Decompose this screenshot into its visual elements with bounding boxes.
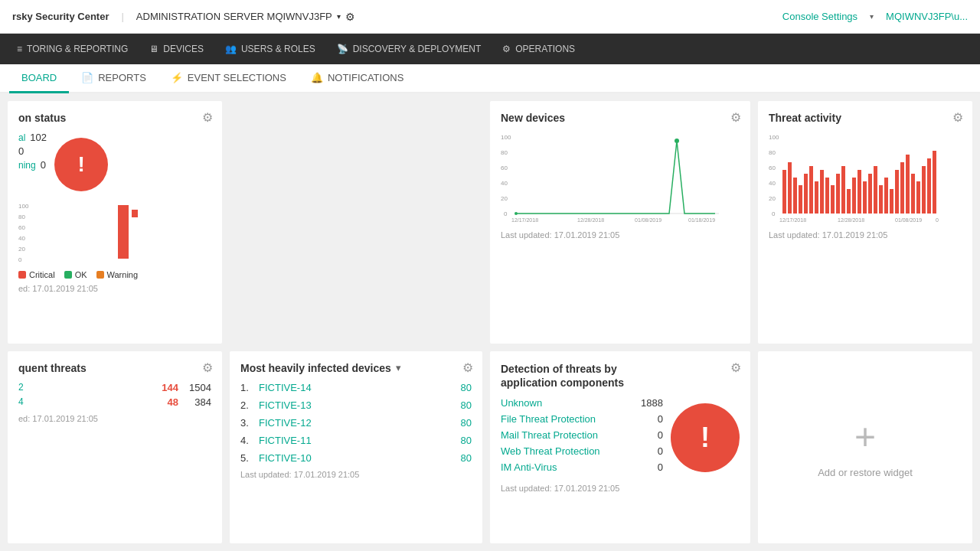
ps-stat-warning: ning 0 — [18, 159, 47, 171]
nav-item-monitoring[interactable]: ≡ TORING & REPORTING — [6, 34, 139, 64]
monitoring-icon: ≡ — [17, 44, 22, 54]
svg-text:40: 40 — [769, 180, 776, 187]
svg-rect-38 — [804, 174, 808, 214]
detection-threats-widget: Detection of threats by application comp… — [490, 351, 750, 543]
svg-text:12/28/2018: 12/28/2018 — [838, 217, 864, 223]
infected-item-2: 3. FICTIVE-12 80 — [240, 417, 472, 429]
infected-dropdown-icon[interactable]: ▾ — [396, 362, 401, 373]
threat-row-0: 2 144 1504 — [18, 382, 211, 393]
infected-link-4[interactable]: FICTIVE-10 — [259, 452, 455, 464]
console-settings-link[interactable]: Console Settings — [782, 11, 858, 22]
top-header: rsky Security Center | ADMINISTRATION SE… — [0, 0, 980, 34]
ps-stats: al 102 0 ning 0 — [18, 132, 47, 171]
notifications-icon: 🔔 — [311, 72, 323, 83]
svg-rect-58 — [911, 174, 915, 214]
infected-devices-gear[interactable]: ⚙ — [462, 360, 473, 375]
infected-score-0[interactable]: 80 — [461, 382, 472, 393]
subnav-reports[interactable]: 📄 REPORTS — [69, 64, 158, 93]
ps-warning-num: 0 — [41, 159, 46, 171]
svg-text:100: 100 — [18, 203, 29, 210]
ps-warning-link[interactable]: ning — [18, 160, 36, 171]
svg-text:12/28/2018: 12/28/2018 — [577, 217, 604, 223]
add-widget-panel: + Add or restore widget — [758, 351, 972, 543]
legend-ok: OK — [64, 270, 87, 279]
infected-link-2[interactable]: FICTIVE-12 — [259, 417, 455, 429]
legend-critical: Critical — [18, 270, 55, 279]
svg-text:20: 20 — [501, 195, 508, 202]
event-label: EVENT SELECTIONS — [188, 72, 286, 83]
ps-critical-link[interactable]: al — [18, 132, 25, 143]
infected-link-1[interactable]: FICTIVE-13 — [259, 399, 455, 411]
subnav-notifications[interactable]: 🔔 NOTIFICATIONS — [299, 64, 416, 93]
svg-rect-40 — [815, 181, 818, 214]
nav-item-users[interactable]: 👥 USERS & ROLES — [214, 34, 326, 64]
protection-status-chart: 100 80 60 40 20 0 12/17/2018 12/28/2018 … — [18, 202, 172, 263]
header-left: rsky Security Center | ADMINISTRATION SE… — [12, 11, 355, 23]
frequent-threats-gear[interactable]: ⚙ — [202, 360, 213, 375]
dt-name-0[interactable]: Unknown — [501, 397, 542, 409]
new-devices-last-updated: Last updated: 17.01.2019 21:05 — [501, 230, 740, 240]
threat-name-1[interactable]: 4 — [18, 396, 145, 407]
infected-link-0[interactable]: FICTIVE-14 — [259, 382, 455, 393]
mq-link[interactable]: MQIWNVJ3FP\u... — [886, 11, 968, 22]
infected-score-2[interactable]: 80 — [461, 417, 472, 429]
svg-rect-57 — [906, 155, 910, 214]
svg-rect-45 — [841, 166, 845, 214]
threat-activity-chart: 100 80 60 40 20 0 — [769, 132, 945, 223]
infected-score-4[interactable]: 80 — [461, 452, 472, 464]
dt-row-2: Mail Threat Protection 0 — [501, 429, 663, 441]
event-icon: ⚡ — [171, 72, 183, 83]
svg-rect-44 — [836, 174, 840, 214]
new-devices-gear[interactable]: ⚙ — [730, 110, 741, 125]
nav-item-devices[interactable]: 🖥 DEVICES — [139, 34, 214, 64]
svg-text:20: 20 — [18, 246, 25, 253]
threat-name-0[interactable]: 2 — [18, 382, 145, 393]
detection-threats-gear[interactable]: ⚙ — [730, 360, 741, 375]
console-settings-arrow[interactable]: ▾ — [870, 12, 874, 21]
svg-rect-59 — [916, 181, 920, 214]
server-gear-icon[interactable]: ⚙ — [345, 11, 355, 23]
subnav-event-selections[interactable]: ⚡ EVENT SELECTIONS — [158, 64, 299, 93]
infected-score-3[interactable]: 80 — [461, 435, 472, 446]
dt-name-2[interactable]: Mail Threat Protection — [501, 429, 598, 441]
svg-rect-35 — [788, 162, 792, 214]
threat-activity-last-updated: Last updated: 17.01.2019 21:05 — [769, 230, 962, 240]
svg-point-23 — [514, 212, 518, 215]
threat-total-0: 1504 — [185, 382, 211, 393]
svg-point-22 — [675, 139, 679, 143]
dt-name-4[interactable]: IM Anti-Virus — [501, 461, 557, 473]
infected-header: Most heavily infected devices ▾ — [240, 362, 472, 374]
svg-rect-46 — [847, 189, 851, 214]
legend-warning-label: Warning — [107, 270, 139, 279]
server-name[interactable]: ADMINISTRATION SERVER MQIWNVJ3FP ▾ ⚙ — [136, 11, 355, 23]
new-devices-chart: 100 80 60 40 20 0 12/17/2018 12/28/2018 … — [501, 132, 723, 223]
infected-devices-title: Most heavily infected devices — [240, 362, 391, 374]
infected-link-3[interactable]: FICTIVE-11 — [259, 435, 455, 446]
detection-list: Unknown 1888 File Threat Protection 0 Ma… — [501, 397, 663, 478]
dt-name-3[interactable]: Web Threat Protection — [501, 445, 600, 457]
add-widget-icon[interactable]: + — [854, 416, 876, 458]
infected-item-0: 1. FICTIVE-14 80 — [240, 382, 472, 393]
main-content: on status ⚙ al 102 0 ning 0 ! — [0, 93, 980, 551]
dt-count-4: 0 — [658, 461, 663, 473]
dt-count-3: 0 — [658, 445, 663, 457]
dt-name-1[interactable]: File Threat Protection — [501, 413, 596, 425]
server-dropdown-arrow[interactable]: ▾ — [337, 12, 341, 21]
protection-status-gear[interactable]: ⚙ — [202, 110, 213, 125]
nav-monitoring-label: TORING & REPORTING — [27, 44, 128, 54]
infected-score-1[interactable]: 80 — [461, 399, 472, 411]
threat-activity-gear[interactable]: ⚙ — [952, 110, 963, 125]
svg-rect-9 — [118, 205, 129, 259]
add-widget-label[interactable]: Add or restore widget — [818, 467, 913, 478]
nav-operations-label: OPERATIONS — [515, 44, 575, 54]
ps-last-updated: ed: 17.01.2019 21:05 — [18, 284, 211, 293]
nav-item-operations[interactable]: ⚙ OPERATIONS — [492, 34, 586, 64]
legend-ok-dot — [64, 271, 72, 279]
subnav-dashboard[interactable]: BOARD — [9, 64, 69, 93]
legend-warning-dot — [96, 271, 104, 279]
svg-text:40: 40 — [501, 180, 508, 187]
nav-item-discovery[interactable]: 📡 DISCOVERY & DEPLOYMENT — [326, 34, 492, 64]
svg-rect-49 — [863, 181, 867, 214]
svg-text:0: 0 — [772, 210, 776, 217]
svg-text:100: 100 — [501, 134, 511, 141]
